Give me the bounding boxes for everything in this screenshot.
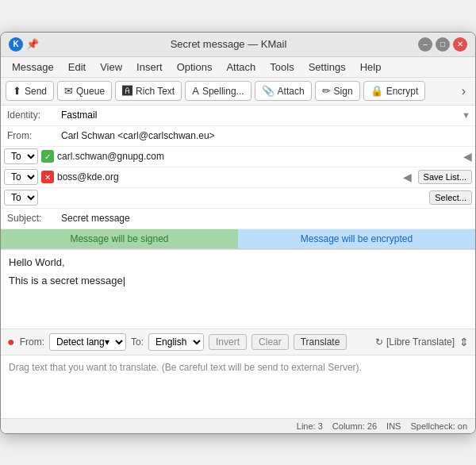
menu-edit[interactable]: Edit	[62, 59, 92, 75]
maximize-button[interactable]: □	[436, 37, 450, 52]
menu-help[interactable]: Help	[354, 59, 388, 75]
save-list-button[interactable]: Save List...	[418, 170, 472, 184]
sign-status: Message will be signed	[1, 229, 238, 248]
select-button[interactable]: Select...	[429, 190, 472, 205]
send-icon: ⬆	[13, 85, 21, 97]
translate-bar: ● From: Detect lang▾ To: English Invert …	[1, 329, 475, 355]
from-value: Carl Schwan <carl@carlschwan.eu>	[56, 128, 475, 144]
recipient-address-1: carl.schwan@gnupg.com	[57, 151, 164, 162]
to-row-3: To Select...	[1, 188, 475, 209]
recipient-clear-1[interactable]: ◀	[460, 150, 475, 163]
to-select-3[interactable]: To	[4, 190, 38, 206]
identity-dropdown-icon: ▼	[462, 110, 470, 120]
menu-message[interactable]: Message	[6, 59, 60, 75]
to-select-1[interactable]: To	[4, 148, 38, 164]
subject-value[interactable]: Secret message	[56, 210, 475, 226]
attach-icon: 📎	[262, 85, 274, 97]
compose-area[interactable]: Hello World, This is a secret message|	[1, 250, 475, 329]
menu-insert[interactable]: Insert	[130, 59, 169, 75]
toolbar-more[interactable]: ›	[457, 81, 470, 102]
translate-expand[interactable]: ⇕	[459, 336, 469, 348]
translate-from-select[interactable]: Detect lang▾	[49, 333, 126, 351]
translate-to-label: To:	[131, 336, 144, 348]
recipient-field-2: ✕ boss@kde.org ◀ Save List...	[41, 170, 475, 184]
subject-row: Subject: Secret message	[1, 209, 475, 229]
recipient-icon-1: ✓	[41, 150, 54, 163]
header-fields: Identity: Fastmail ▼ From: Carl Schwan <…	[1, 106, 475, 250]
identity-label: Identity:	[1, 106, 56, 124]
encrypt-status: Message will be encrypted	[238, 229, 475, 248]
translate-area[interactable]: Drag text that you want to translate. (B…	[1, 355, 475, 419]
from-label: From:	[1, 127, 56, 144]
main-window: K 📌 Secret message — KMail – □ ✕ Message…	[0, 32, 476, 434]
send-button[interactable]: ⬆ Send	[6, 81, 54, 101]
compose-line-1: Hello World,	[9, 256, 467, 268]
compose-line-2: This is a secret message|	[9, 275, 467, 286]
sign-button[interactable]: ✏ Sign	[315, 81, 360, 101]
to-select-2[interactable]: To	[4, 169, 38, 185]
richtext-icon: 🅰	[122, 85, 132, 97]
clear-button[interactable]: Clear	[251, 334, 289, 350]
status-bar: Line: 3 Column: 26 INS Spellcheck: on	[1, 419, 475, 433]
translate-close[interactable]: ●	[7, 335, 15, 349]
subject-label: Subject:	[1, 209, 56, 227]
recipient-icon-2: ✕	[41, 171, 54, 183]
translate-provider[interactable]: ↻ [Libre Translate]	[375, 336, 455, 348]
pin-icon[interactable]: 📌	[26, 38, 39, 50]
window-title: Secret message — KMail	[45, 38, 412, 50]
identity-row: Identity: Fastmail ▼	[1, 106, 475, 126]
menu-options[interactable]: Options	[171, 59, 219, 75]
spelling-button[interactable]: A Spelling...	[185, 81, 251, 101]
sign-icon: ✏	[322, 85, 331, 97]
to-row-1: To ✓ carl.schwan@gnupg.com ◀	[1, 147, 475, 167]
recipient-address-2: boss@kde.org	[57, 171, 119, 183]
menu-view[interactable]: View	[94, 59, 129, 75]
encrypt-button[interactable]: 🔒 Encrypt	[363, 81, 426, 101]
queue-icon: ✉	[64, 85, 73, 97]
translate-provider-label: [Libre Translate]	[386, 336, 455, 348]
menubar: Message Edit View Insert Options Attach …	[1, 57, 475, 78]
status-ins: INS	[386, 421, 401, 431]
encrypt-icon: 🔒	[370, 85, 383, 97]
minimize-button[interactable]: –	[418, 37, 432, 52]
from-row: From: Carl Schwan <carl@carlschwan.eu>	[1, 126, 475, 147]
status-spellcheck: Spellcheck: on	[410, 421, 467, 431]
translate-button[interactable]: Translate	[294, 334, 347, 350]
richtext-button[interactable]: 🅰 Rich Text	[115, 81, 182, 101]
invert-button[interactable]: Invert	[209, 334, 247, 350]
toolbar: ⬆ Send ✉ Queue 🅰 Rich Text A Spelling...…	[1, 78, 475, 106]
identity-value: Fastmail	[61, 110, 97, 121]
title-bar-controls: – □ ✕	[418, 37, 467, 52]
menu-settings[interactable]: Settings	[302, 59, 352, 75]
crypto-status-bar: Message will be signed Message will be e…	[1, 229, 475, 249]
title-bar-icons: K 📌	[9, 37, 39, 52]
recipient-field-3: Select...	[41, 190, 475, 205]
translate-to-select[interactable]: English	[148, 333, 204, 351]
identity-select[interactable]: Fastmail ▼	[56, 106, 475, 124]
queue-button[interactable]: ✉ Queue	[57, 81, 112, 101]
menu-tools[interactable]: Tools	[263, 59, 300, 75]
translate-provider-icon: ↻	[375, 336, 383, 348]
spelling-icon: A	[192, 85, 199, 97]
recipient-clear-2[interactable]: ◀	[400, 171, 415, 183]
attach-button[interactable]: 📎 Attach	[255, 81, 312, 101]
recipient-field-1: ✓ carl.schwan@gnupg.com ◀	[41, 150, 475, 163]
to-row-2: To ✕ boss@kde.org ◀ Save List...	[1, 167, 475, 188]
translate-placeholder: Drag text that you want to translate. (B…	[9, 362, 362, 373]
title-bar: K 📌 Secret message — KMail – □ ✕	[1, 33, 475, 57]
kmail-logo: K	[9, 37, 23, 52]
status-column: Column: 26	[332, 421, 377, 431]
menu-attach[interactable]: Attach	[220, 59, 262, 75]
translate-from-label: From:	[20, 336, 44, 348]
close-button[interactable]: ✕	[453, 37, 467, 52]
status-line: Line: 3	[297, 421, 323, 431]
